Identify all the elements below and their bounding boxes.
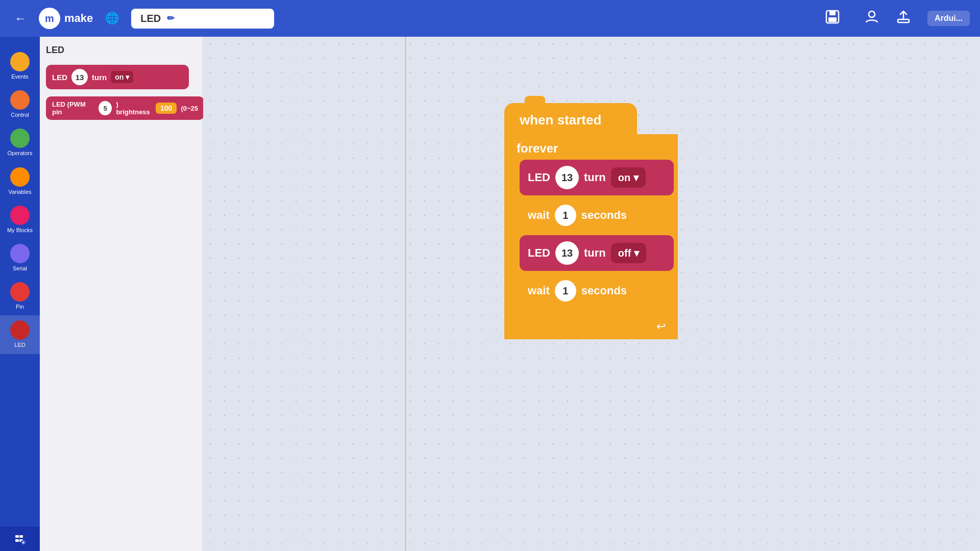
canvas-wait2-seconds: seconds — [581, 284, 627, 297]
forever-label: forever — [504, 134, 678, 156]
sidebar-label-my-blocks: My Blocks — [7, 227, 33, 234]
block-panel: LED LED 13 turn on ▾ LED (PWM pin 5 ) br… — [40, 37, 203, 551]
canvas-led-off-turn: turn — [584, 246, 606, 260]
my-blocks-icon — [10, 206, 30, 225]
led-on-pin[interactable]: 13 — [71, 69, 88, 85]
logo-circle: m — [39, 8, 60, 29]
canvas-led-on-pin[interactable]: 13 — [555, 166, 579, 189]
canvas-wait1-seconds: seconds — [581, 209, 627, 222]
operators-icon — [10, 129, 30, 148]
sidebar: Events Control Operators Variables My Bl… — [0, 37, 40, 551]
variables-icon — [10, 167, 30, 187]
led-pwm-pin[interactable]: 5 — [99, 101, 112, 115]
canvas-led-off-pin[interactable]: 13 — [555, 241, 579, 265]
canvas-led-on-turn: turn — [584, 171, 606, 184]
led-icon — [10, 320, 30, 340]
sidebar-label-variables: Variables — [8, 189, 31, 195]
canvas[interactable]: when started forever LED 13 turn on ▾ — [203, 37, 980, 551]
upload-icon[interactable] — [896, 9, 911, 28]
canvas-led-off-block[interactable]: LED 13 turn off ▾ — [520, 235, 674, 271]
svg-point-3 — [869, 11, 875, 17]
user-icon[interactable] — [864, 9, 879, 28]
led-pwm-brightness[interactable]: 100 — [156, 103, 177, 114]
sidebar-item-led[interactable]: LED — [0, 315, 40, 354]
led-on-prefix: LED — [52, 73, 67, 82]
serial-icon — [10, 244, 30, 263]
sidebar-label-serial: Serial — [13, 265, 27, 272]
sidebar-item-variables[interactable]: Variables — [0, 162, 40, 201]
sidebar-bottom: + — [0, 527, 40, 551]
led-on-state-select[interactable]: on ▾ — [111, 71, 133, 83]
project-title: LED — [140, 13, 161, 24]
canvas-led-off-state[interactable]: off ▾ — [611, 243, 647, 263]
led-on-block[interactable]: LED 13 turn on ▾ — [46, 65, 189, 89]
when-started-block[interactable]: when started — [504, 103, 637, 134]
sidebar-label-operators: Operators — [8, 150, 33, 157]
sidebar-item-control[interactable]: Control — [0, 85, 40, 123]
canvas-wait2-num[interactable]: 1 — [555, 280, 576, 302]
forever-block[interactable]: forever LED 13 turn on ▾ wait — [504, 134, 678, 339]
back-button[interactable]: ← — [10, 8, 31, 29]
canvas-led-on-block[interactable]: LED 13 turn on ▾ — [520, 160, 674, 195]
sidebar-label-events: Events — [11, 73, 29, 80]
arduino-label[interactable]: Ardui... — [927, 11, 970, 26]
logo-letter: m — [45, 13, 54, 24]
canvas-wait2-label: wait — [528, 284, 550, 297]
canvas-wait1-block[interactable]: wait 1 seconds — [520, 198, 674, 232]
led-pwm-block[interactable]: LED (PWM pin 5 ) brightness 100 (0~25 — [46, 96, 204, 120]
canvas-wait1-num[interactable]: 1 — [555, 205, 576, 226]
pencil-icon[interactable]: ✏ — [167, 13, 175, 24]
led-pwm-range: (0~25 — [181, 105, 198, 112]
canvas-wait1-label: wait — [528, 209, 550, 222]
canvas-led-on-prefix: LED — [528, 171, 550, 184]
canvas-led-off-prefix: LED — [528, 246, 550, 260]
forever-inner: LED 13 turn on ▾ wait 1 seconds — [520, 160, 674, 310]
led-pwm-prefix: LED (PWM pin — [52, 101, 94, 116]
sidebar-item-my-blocks[interactable]: My Blocks — [0, 201, 40, 239]
block-panel-title: LED — [46, 45, 197, 56]
save-button[interactable] — [824, 9, 841, 29]
forever-footer: ↩ — [504, 314, 678, 339]
sidebar-label-pin: Pin — [16, 304, 24, 310]
svg-rect-6 — [19, 535, 23, 538]
canvas-wait2-block[interactable]: wait 1 seconds — [520, 274, 674, 308]
sidebar-item-pin[interactable]: Pin — [0, 277, 40, 315]
globe-icon[interactable]: 🌐 — [105, 12, 119, 25]
project-title-box[interactable]: LED ✏ — [131, 9, 274, 29]
svg-rect-2 — [828, 17, 837, 22]
sidebar-item-serial[interactable]: Serial — [0, 239, 40, 277]
svg-rect-7 — [15, 539, 19, 542]
svg-rect-5 — [15, 535, 19, 538]
header: ← m make 🌐 LED ✏ Ardui... — [0, 0, 980, 37]
main-layout: Events Control Operators Variables My Bl… — [0, 37, 980, 551]
logo: m make — [39, 8, 93, 29]
program-container: when started forever LED 13 turn on ▾ — [504, 103, 678, 339]
led-on-turn: turn — [92, 73, 107, 82]
loop-arrow-icon: ↩ — [656, 320, 666, 333]
canvas-led-on-state[interactable]: on ▾ — [611, 167, 646, 188]
control-icon — [10, 90, 30, 110]
sidebar-item-events[interactable]: Events — [0, 47, 40, 85]
sidebar-item-operators[interactable]: Operators — [0, 123, 40, 162]
logo-text: make — [64, 12, 93, 25]
events-icon — [10, 52, 30, 71]
pin-icon — [10, 282, 30, 302]
svg-rect-1 — [829, 11, 836, 15]
sidebar-label-led: LED — [14, 342, 25, 348]
scroll-divider — [405, 37, 406, 551]
when-started-label: when started — [520, 112, 601, 128]
sidebar-label-control: Control — [11, 112, 29, 118]
svg-text:+: + — [22, 539, 25, 545]
add-block-button[interactable]: + — [14, 533, 26, 545]
led-pwm-suffix: ) brightness — [116, 101, 152, 116]
